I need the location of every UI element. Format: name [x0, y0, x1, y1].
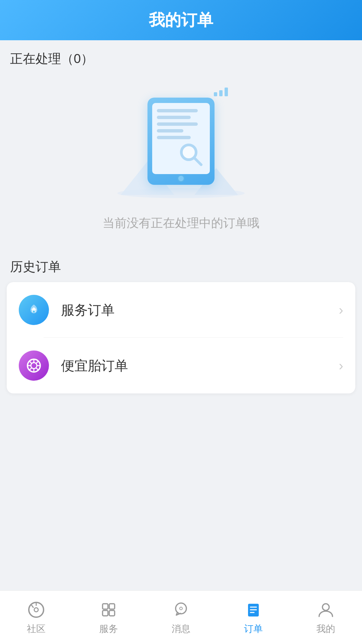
svg-rect-18 [109, 604, 115, 609]
page-title: 我的订单 [149, 9, 213, 31]
bottom-navigation: 社区 服务 消息 [0, 590, 362, 644]
search-icon-illustration [178, 141, 204, 168]
ground-decoration [117, 188, 245, 198]
service-order-arrow: › [339, 303, 343, 318]
processing-section: 正在处理（0） [0, 40, 362, 252]
message-label: 消息 [172, 623, 190, 635]
svg-line-10 [36, 368, 38, 370]
mine-icon [316, 600, 336, 620]
nav-community[interactable]: 社区 [19, 596, 53, 639]
empty-description: 当前没有正在处理中的订单哦 [103, 215, 259, 231]
svg-line-11 [36, 361, 38, 364]
message-icon [171, 600, 191, 620]
community-label: 社区 [27, 623, 46, 635]
tablet-line-5 [157, 136, 191, 139]
history-card: 服务订单 › [7, 282, 355, 393]
nav-order[interactable]: 订单 [237, 596, 270, 639]
empty-illustration [117, 94, 245, 202]
page-header: 我的订单 [0, 0, 362, 40]
history-label: 历史订单 [0, 255, 362, 282]
order-label: 订单 [244, 623, 263, 635]
nav-service[interactable]: 服务 [92, 596, 125, 639]
tablet-home-button [177, 175, 185, 182]
service-order-label: 服务订单 [61, 301, 339, 319]
svg-point-27 [322, 604, 329, 610]
tablet-line-1 [157, 109, 198, 112]
mine-label: 我的 [316, 623, 335, 635]
svg-rect-2 [33, 311, 35, 312]
svg-line-9 [29, 361, 32, 364]
nav-message[interactable]: 消息 [164, 596, 198, 639]
tablet-line-2 [157, 116, 191, 119]
service-nav-icon [99, 600, 119, 620]
tire-order-icon [19, 351, 49, 381]
tablet-line-3 [157, 122, 198, 126]
tablet-line-4 [157, 129, 183, 132]
processing-label: 正在处理（0） [0, 40, 362, 74]
svg-line-15 [32, 605, 34, 608]
svg-rect-19 [103, 610, 108, 616]
service-order-item[interactable]: 服务订单 › [7, 282, 355, 338]
svg-point-16 [34, 608, 38, 612]
nav-mine[interactable]: 我的 [309, 596, 343, 639]
svg-rect-17 [103, 604, 108, 609]
empty-state: 当前没有正在处理中的订单哦 [0, 74, 362, 252]
content-area: 正在处理（0） [0, 40, 362, 644]
svg-point-22 [180, 607, 182, 610]
service-nav-label: 服务 [99, 623, 118, 635]
tire-order-arrow: › [339, 358, 343, 373]
service-order-icon [19, 295, 49, 325]
tire-order-label: 便宜胎订单 [61, 357, 339, 375]
svg-line-1 [194, 158, 201, 165]
order-icon [243, 600, 263, 620]
svg-line-12 [29, 368, 32, 370]
svg-rect-20 [109, 610, 115, 616]
history-section: 历史订单 服务订单 › [0, 252, 362, 393]
tablet-illustration [147, 98, 215, 185]
tire-order-item[interactable]: 便宜胎订单 › [7, 338, 355, 393]
community-icon [26, 600, 46, 620]
signal-decoration [214, 88, 228, 96]
